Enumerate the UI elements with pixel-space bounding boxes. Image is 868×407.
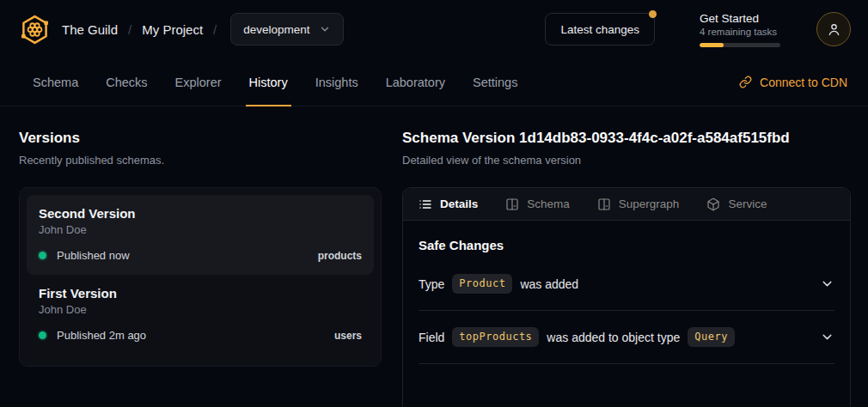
tab-label: Service (728, 197, 767, 210)
code-badge: Product (452, 274, 512, 294)
version-service-name: users (334, 330, 362, 342)
version-published-time: Published 2m ago (57, 329, 146, 342)
link-icon (739, 76, 752, 88)
version-list-item[interactable]: First Version John Doe Published 2m ago … (27, 275, 374, 355)
change-text: was added to object type (547, 331, 680, 344)
version-list-item[interactable]: Second Version John Doe Published now pr… (27, 195, 374, 275)
breadcrumb-project[interactable]: My Project (142, 22, 203, 37)
tab-service[interactable]: Service (706, 197, 767, 211)
versions-panel: Versions Recently published schemas. Sec… (19, 129, 382, 407)
latest-changes-button[interactable]: Latest changes (545, 13, 655, 46)
guild-logo-icon[interactable] (19, 14, 51, 46)
tab-label: Details (440, 197, 478, 210)
connect-to-cdn-button[interactable]: Connect to CDN (736, 58, 851, 106)
schema-version-subtitle: Detailed view of the schema version (402, 153, 851, 168)
tab-history[interactable]: History (235, 58, 302, 106)
tab-details[interactable]: Details (419, 197, 478, 211)
project-nav-tabs: Schema Checks Explorer History Insights … (0, 58, 868, 106)
tab-settings[interactable]: Settings (459, 58, 531, 106)
change-text: was added (520, 277, 578, 291)
version-name: Second Version (39, 206, 362, 221)
version-published-time: Published now (57, 249, 130, 262)
get-started-widget[interactable]: Get Started 4 remaining tasks (700, 12, 780, 47)
get-started-remaining-tasks: 4 remaining tasks (700, 27, 780, 37)
code-badge: topProducts (452, 327, 539, 347)
chevron-down-icon (820, 330, 834, 344)
breadcrumb-org[interactable]: The Guild (62, 22, 118, 37)
latest-changes-label: Latest changes (560, 23, 639, 36)
schema-version-panel: Schema Version 1d14db83-0933-4f4c-a02f-a… (402, 129, 851, 407)
version-name: First Version (39, 286, 362, 301)
get-started-progress-fill (700, 43, 724, 47)
target-selector-value: development (243, 23, 309, 36)
person-icon (826, 21, 842, 38)
connect-to-cdn-label: Connect to CDN (760, 76, 847, 89)
app-window: The Guild / My Project / development Lat… (0, 0, 868, 407)
user-avatar-button[interactable] (816, 12, 851, 46)
change-row-field-added[interactable]: Field topProducts was added to object ty… (419, 311, 834, 364)
get-started-progress-bar (700, 43, 780, 47)
schema-version-title: Schema Version 1d14db83-0933-4f4c-a02f-a… (402, 129, 851, 148)
tab-explorer[interactable]: Explorer (162, 58, 235, 106)
schema-version-tabs: Details Schema Supergraph (403, 188, 850, 221)
version-author: John Doe (39, 223, 362, 236)
tab-insights[interactable]: Insights (302, 58, 372, 106)
breadcrumb-separator: / (128, 22, 131, 37)
change-row-type-added[interactable]: Type Product was added (419, 258, 834, 311)
version-service-name: products (318, 250, 362, 262)
changes-section: Safe Changes Type Product was added Fiel… (403, 221, 850, 364)
tab-supergraph[interactable]: Supergraph (597, 197, 680, 211)
change-text: Field (419, 331, 444, 344)
published-status-dot (39, 331, 46, 339)
chevron-down-icon (820, 276, 834, 291)
tab-label: Schema (527, 197, 570, 210)
tab-schema-detail[interactable]: Schema (505, 197, 570, 211)
versions-title: Versions (19, 129, 382, 148)
tab-checks[interactable]: Checks (92, 58, 161, 106)
get-started-title: Get Started (700, 12, 780, 25)
main-content: Versions Recently published schemas. Sec… (0, 106, 868, 407)
columns-icon (505, 197, 519, 211)
change-text: Type (419, 277, 444, 291)
breadcrumb-separator: / (213, 22, 217, 37)
tab-label: Supergraph (619, 197, 680, 210)
notification-dot (649, 10, 657, 18)
schema-version-card: Details Schema Supergraph (402, 187, 851, 407)
version-author: John Doe (39, 303, 362, 316)
versions-subtitle: Recently published schemas. (19, 153, 382, 168)
columns-icon (597, 197, 611, 211)
tab-laboratory[interactable]: Laboratory (372, 58, 459, 106)
safe-changes-heading: Safe Changes (419, 238, 834, 252)
top-header: The Guild / My Project / development Lat… (0, 0, 868, 58)
published-status-dot (39, 252, 46, 259)
cube-icon (706, 197, 720, 211)
chevron-down-icon (319, 23, 331, 35)
code-badge: Query (688, 327, 735, 347)
tab-schema[interactable]: Schema (19, 58, 92, 106)
list-icon (419, 197, 432, 211)
versions-list: Second Version John Doe Published now pr… (19, 187, 382, 367)
target-selector-dropdown[interactable]: development (230, 13, 343, 46)
